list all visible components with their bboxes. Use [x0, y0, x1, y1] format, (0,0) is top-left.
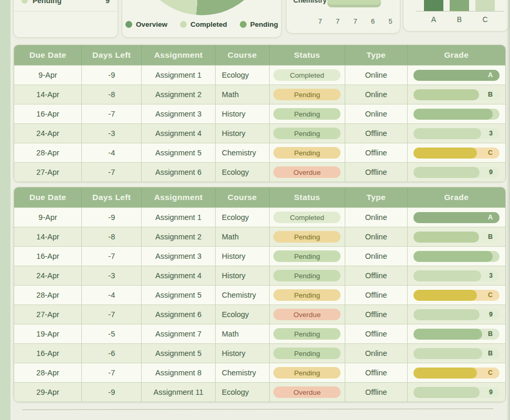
legend-dot-icon — [22, 0, 28, 4]
divider — [14, 11, 117, 12]
table-row[interactable]: 24-Apr-3Assignment 4HistoryPendingOfflin… — [14, 123, 505, 143]
cell-grade: C — [408, 286, 505, 304]
table-row[interactable]: 16-Apr-7Assignment 3HistoryPendingOnline — [14, 104, 505, 123]
course-bar — [327, 0, 381, 7]
cell-course: Math — [216, 227, 270, 246]
grade-distribution-card: ABC — [403, 0, 509, 32]
cell-due-date: 16-Apr — [14, 344, 82, 363]
grade-dist-bar — [475, 0, 495, 11]
grade-fill — [413, 89, 479, 100]
cell-course: History — [216, 104, 270, 123]
cell-status: Pending — [270, 363, 345, 382]
grade-bar: 9 — [408, 309, 505, 320]
cell-status: Pending — [270, 143, 345, 162]
status-badge: Completed — [273, 69, 341, 81]
cell-assignment: Assignment 1 — [142, 208, 215, 227]
cell-days-left: -7 — [82, 163, 142, 182]
table-row[interactable]: 24-Apr-3Assignment 4HistoryPendingOfflin… — [14, 266, 505, 285]
cell-days-left: -4 — [82, 286, 142, 304]
grade-label: 3 — [489, 130, 493, 137]
cell-grade: B — [408, 324, 505, 343]
grade-label: B — [488, 330, 493, 338]
course-bars-card: Chemistry 77765 — [286, 0, 400, 34]
cell-assignment: Assignment 5 — [142, 143, 215, 162]
grade-dist-bar — [424, 0, 443, 11]
axis-tick: 6 — [368, 17, 378, 25]
grade-track: A — [413, 70, 500, 81]
column-header: Course — [216, 45, 270, 65]
cell-status: Pending — [270, 266, 345, 285]
grade-bar: A — [408, 212, 505, 223]
donut-chart — [136, 0, 268, 15]
cell-due-date: 28-Apr — [14, 286, 82, 304]
cell-grade: 3 — [408, 266, 505, 285]
cell-status: Overdue — [270, 163, 345, 182]
cell-type: Offline — [345, 163, 408, 182]
table-row[interactable]: 28-Apr-7Assignment 8ChemistryPendingOffl… — [14, 363, 505, 382]
cell-status: Pending — [270, 124, 345, 143]
grade-label: C — [488, 291, 493, 299]
grade-bar: C — [408, 148, 505, 159]
cell-course: Ecology — [216, 66, 270, 85]
column-header: Status — [270, 45, 345, 65]
table-row[interactable]: 29-Apr-9Assignment 11EcologyOverdueOffli… — [14, 382, 505, 402]
grade-track: C — [413, 368, 500, 379]
table-row[interactable]: 28-Apr-4Assignment 5ChemistryPendingOffl… — [14, 143, 505, 162]
assignments-table-top: Due DateDays LeftAssignmentCourseStatusT… — [14, 45, 506, 182]
cell-type: Offline — [345, 266, 408, 285]
grade-fill — [413, 232, 479, 243]
cell-days-left: -9 — [82, 208, 142, 227]
table-row[interactable]: 19-Apr-5Assignment 7MathPendingOfflineB — [14, 324, 505, 343]
cell-course: Ecology — [216, 208, 270, 227]
grade-label: B — [488, 233, 493, 240]
table-row[interactable]: 9-Apr-9Assignment 1EcologyCompletedOnlin… — [14, 207, 505, 227]
cell-status: Overdue — [270, 383, 345, 402]
grade-track: B — [413, 329, 500, 340]
table-row[interactable]: 16-Apr-7Assignment 3HistoryPendingOnline — [14, 246, 505, 266]
cell-assignment: Assignment 8 — [142, 363, 215, 382]
cell-course: History — [216, 344, 270, 363]
table-row[interactable]: 16-Apr-6Assignment 5HistoryPendingOnline… — [14, 343, 505, 363]
grade-fill — [413, 290, 477, 301]
legend-dot-icon — [240, 21, 247, 28]
cell-days-left: -8 — [82, 227, 142, 246]
table-row[interactable]: 9-Apr-9Assignment 1EcologyCompletedOnlin… — [14, 65, 505, 85]
axis-tick: 7 — [333, 17, 343, 25]
column-header: Type — [345, 187, 408, 207]
cell-grade: 3 — [408, 124, 505, 143]
status-badge: Pending — [273, 328, 341, 340]
table-row[interactable]: 27-Apr-7Assignment 6EcologyOverdueOfflin… — [14, 304, 505, 324]
table-header-row: Due DateDays LeftAssignmentCourseStatusT… — [14, 187, 505, 207]
cell-assignment: Assignment 3 — [142, 104, 215, 123]
grade-bar — [408, 251, 505, 262]
cell-type: Online — [345, 344, 408, 363]
cell-type: Offline — [345, 383, 408, 402]
cell-status: Pending — [270, 286, 345, 304]
grade-track: 3 — [413, 128, 500, 139]
grade-fill — [413, 387, 480, 398]
cell-course: Math — [216, 324, 270, 343]
cell-due-date: 27-Apr — [14, 163, 82, 182]
cell-type: Offline — [345, 305, 408, 324]
cell-type: Online — [345, 66, 408, 85]
grade-label: 9 — [489, 311, 493, 318]
table-row[interactable]: 14-Apr-8Assignment 2MathPendingOnlineB — [14, 85, 505, 104]
summary-value: 9 — [105, 0, 110, 5]
table-row[interactable]: 28-Apr-4Assignment 5ChemistryPendingOffl… — [14, 285, 505, 304]
column-header: Due Date — [14, 45, 82, 65]
table-row[interactable]: 27-Apr-7Assignment 6EcologyOverdueOfflin… — [14, 162, 505, 182]
cell-days-left: -8 — [82, 85, 142, 104]
table-row[interactable]: 14-Apr-8Assignment 2MathPendingOnlineB — [14, 227, 505, 246]
cell-days-left: -9 — [82, 383, 142, 402]
cell-course: Ecology — [216, 383, 270, 402]
status-badge: Pending — [273, 348, 341, 359]
cell-type: Offline — [345, 143, 408, 162]
status-badge: Overdue — [273, 309, 341, 320]
grade-fill — [413, 251, 493, 262]
grade-track: C — [413, 148, 500, 159]
cell-days-left: -7 — [82, 104, 142, 123]
cell-status: Overdue — [270, 305, 345, 324]
cell-days-left: -6 — [82, 344, 142, 363]
grade-label: A — [488, 214, 493, 221]
grade-fill — [413, 212, 500, 223]
